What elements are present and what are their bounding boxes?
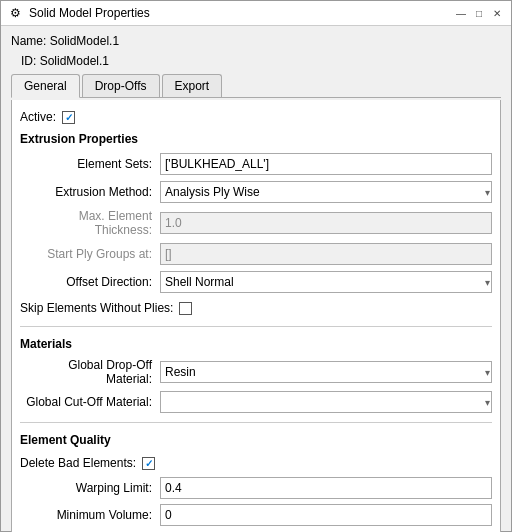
warping-limit-input[interactable] bbox=[160, 477, 492, 499]
element-sets-group: Element Sets: bbox=[20, 152, 492, 176]
extrusion-method-wrapper: Analysis Ply Wise ▾ bbox=[160, 181, 492, 203]
id-row: ID: SolidModel.1 bbox=[11, 52, 501, 72]
min-volume-label: Minimum Volume: bbox=[20, 508, 160, 522]
window-title: Solid Model Properties bbox=[29, 6, 453, 20]
id-value: SolidModel.1 bbox=[40, 54, 109, 68]
active-checkbox[interactable] bbox=[62, 111, 75, 124]
skip-label: Skip Elements Without Plies: bbox=[20, 301, 173, 315]
offset-direction-select[interactable]: Shell Normal Surface Normal bbox=[160, 271, 492, 293]
min-volume-input[interactable] bbox=[160, 504, 492, 526]
warping-limit-label: Warping Limit: bbox=[20, 481, 160, 495]
name-label: Name: bbox=[11, 34, 50, 48]
element-sets-label: Element Sets: bbox=[20, 157, 160, 171]
materials-section: Global Drop-Off Material: Resin ▾ Global… bbox=[20, 357, 492, 414]
global-cutoff-group: Global Cut-Off Material: ▾ bbox=[20, 390, 492, 414]
delete-bad-row: Delete Bad Elements: bbox=[20, 453, 492, 473]
start-ply-label: Start Ply Groups at: bbox=[20, 247, 160, 261]
active-row: Active: bbox=[20, 108, 492, 126]
skip-checkbox[interactable] bbox=[179, 302, 192, 315]
global-cutoff-wrapper: ▾ bbox=[160, 391, 492, 413]
start-ply-input bbox=[160, 243, 492, 265]
max-thickness-input bbox=[160, 212, 492, 234]
materials-section-label: Materials bbox=[20, 335, 492, 353]
name-value: SolidModel.1 bbox=[50, 34, 119, 48]
id-label: ID: bbox=[21, 54, 40, 68]
offset-direction-label: Offset Direction: bbox=[20, 275, 160, 289]
quality-section-label: Element Quality bbox=[20, 431, 492, 449]
extrusion-section-label: Extrusion Properties bbox=[20, 130, 492, 148]
title-bar: ⚙ Solid Model Properties — □ ✕ bbox=[1, 1, 511, 26]
offset-direction-wrapper: Shell Normal Surface Normal ▾ bbox=[160, 271, 492, 293]
element-sets-input[interactable] bbox=[160, 153, 492, 175]
extrusion-method-group: Extrusion Method: Analysis Ply Wise ▾ bbox=[20, 180, 492, 204]
quality-section: Delete Bad Elements: Warping Limit: Mini… bbox=[20, 453, 492, 527]
extrusion-method-label: Extrusion Method: bbox=[20, 185, 160, 199]
tab-export[interactable]: Export bbox=[162, 74, 223, 97]
start-ply-group: Start Ply Groups at: bbox=[20, 242, 492, 266]
tab-general[interactable]: General bbox=[11, 74, 80, 98]
tab-dropoffs[interactable]: Drop-Offs bbox=[82, 74, 160, 97]
tabs-bar: General Drop-Offs Export bbox=[11, 74, 501, 98]
offset-direction-group: Offset Direction: Shell Normal Surface N… bbox=[20, 270, 492, 294]
solid-model-properties-window: ⚙ Solid Model Properties — □ ✕ Name: Sol… bbox=[0, 0, 512, 532]
active-label: Active: bbox=[20, 110, 56, 124]
window-icon: ⚙ bbox=[7, 5, 23, 21]
content-area: Name: SolidModel.1 ID: SolidModel.1 Gene… bbox=[1, 26, 511, 532]
tab-content-general: Active: Extrusion Properties Element Set… bbox=[11, 100, 501, 532]
divider-1 bbox=[20, 326, 492, 327]
delete-bad-checkbox[interactable] bbox=[142, 457, 155, 470]
max-thickness-label: Max. Element Thickness: bbox=[20, 209, 160, 237]
title-bar-controls: — □ ✕ bbox=[453, 6, 505, 20]
warping-limit-group: Warping Limit: bbox=[20, 476, 492, 500]
global-cutoff-label: Global Cut-Off Material: bbox=[20, 395, 160, 409]
global-dropoff-select[interactable]: Resin bbox=[160, 361, 492, 383]
global-dropoff-wrapper: Resin ▾ bbox=[160, 361, 492, 383]
extrusion-method-select[interactable]: Analysis Ply Wise bbox=[160, 181, 492, 203]
minimize-button[interactable]: — bbox=[453, 6, 469, 20]
divider-2 bbox=[20, 422, 492, 423]
global-cutoff-select[interactable] bbox=[160, 391, 492, 413]
min-volume-group: Minimum Volume: bbox=[20, 503, 492, 527]
global-dropoff-label: Global Drop-Off Material: bbox=[20, 358, 160, 386]
global-dropoff-group: Global Drop-Off Material: Resin ▾ bbox=[20, 357, 492, 387]
close-button[interactable]: ✕ bbox=[489, 6, 505, 20]
max-thickness-group: Max. Element Thickness: bbox=[20, 208, 492, 238]
maximize-button[interactable]: □ bbox=[471, 6, 487, 20]
delete-bad-label: Delete Bad Elements: bbox=[20, 456, 136, 470]
skip-row: Skip Elements Without Plies: bbox=[20, 298, 492, 318]
name-row: Name: SolidModel.1 bbox=[11, 32, 501, 50]
